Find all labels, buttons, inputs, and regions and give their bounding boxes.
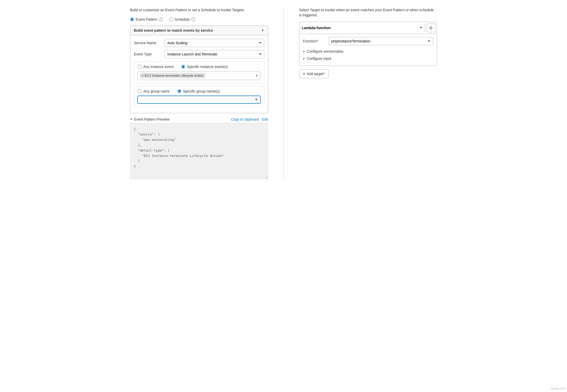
add-target-label: Add target*: [307, 72, 325, 76]
event-pattern-accordion: Build event pattern to match events by s…: [130, 26, 268, 113]
target-type-select[interactable]: Lambda function SQS queue SNS topic Kine…: [299, 24, 425, 32]
group-name-radio-row: Any group name Specific group name(s): [138, 89, 260, 93]
tag-dropdown-chevron-icon[interactable]: ▼: [255, 74, 258, 77]
event-pattern-label: Event Pattern: [136, 17, 157, 21]
function-select[interactable]: prepInstanceTermination myFunction anoth…: [329, 37, 433, 45]
service-name-select[interactable]: Auto Scaling EC2 S3 Lambda: [165, 39, 264, 47]
target-body: Function* prepInstanceTermination myFunc…: [299, 34, 437, 66]
specific-group-radio-label[interactable]: Specific group name(s): [177, 89, 220, 93]
left-intro-text: Build or customize an Event Pattern or s…: [130, 8, 268, 13]
event-pattern-info-icon[interactable]: i: [159, 17, 163, 21]
service-name-label: Service Name: [134, 41, 165, 45]
panel-divider: [283, 8, 284, 179]
configure-version-label: Configure version/alias: [307, 49, 343, 53]
preview-triangle-icon: ▼: [130, 118, 133, 121]
schedule-label: Schedule: [175, 17, 190, 21]
configure-input-label: Configure input: [307, 56, 331, 61]
specific-instance-radio[interactable]: [181, 65, 185, 69]
group-name-select[interactable]: [138, 96, 260, 103]
gear-icon: ⚙: [429, 26, 433, 30]
event-pattern-preview-section: ▼ Event Pattern Preview Copy to clipboar…: [130, 117, 268, 179]
tag-label: EC2 Instance-terminate Lifecycle Action: [145, 74, 203, 77]
configure-version-toggle[interactable]: ► Configure version/alias: [303, 48, 433, 54]
instance-event-tag: × EC2 Instance-terminate Lifecycle Actio…: [140, 73, 205, 78]
target-section: Lambda function SQS queue SNS topic Kine…: [299, 22, 437, 66]
specific-group-radio[interactable]: [177, 89, 181, 93]
any-instance-radio-label[interactable]: Any instance event: [138, 65, 173, 69]
configure-input-toggle[interactable]: ► Configure input: [303, 55, 433, 62]
preview-title-toggle[interactable]: ▼ Event Pattern Preview: [130, 117, 169, 121]
group-name-subsection: Any group name Specific group name(s): [134, 86, 264, 107]
instance-event-subsection: Any instance event Specific instance eve…: [134, 61, 264, 83]
remove-target-button[interactable]: ⚙: [427, 24, 435, 32]
version-triangle-icon: ►: [303, 50, 306, 53]
any-instance-label: Any instance event: [143, 65, 173, 69]
pattern-schedule-toggle: Event Pattern i Schedule i: [130, 17, 268, 21]
accordion-title: Build event pattern to match events by s…: [134, 28, 213, 32]
any-instance-radio[interactable]: [138, 65, 142, 69]
accordion-chevron-icon: ▼: [261, 29, 264, 32]
preview-header: ▼ Event Pattern Preview Copy to clipboar…: [130, 117, 268, 121]
edit-button[interactable]: Edit: [262, 117, 268, 121]
accordion-body: Service Name Auto Scaling EC2 S3 Lambda …: [130, 35, 268, 113]
service-name-row: Service Name Auto Scaling EC2 S3 Lambda: [134, 39, 264, 47]
function-row: Function* prepInstanceTermination myFunc…: [303, 37, 433, 45]
function-label: Function*: [303, 39, 329, 43]
event-pattern-radio[interactable]: [130, 17, 134, 21]
any-group-radio-label[interactable]: Any group name: [138, 89, 170, 93]
any-group-radio[interactable]: [138, 89, 142, 93]
any-group-label: Any group name: [143, 89, 170, 93]
event-type-select[interactable]: Instance Launch and Terminate API Call v…: [165, 50, 264, 58]
right-panel: Select Target to invoke when an event ma…: [299, 8, 437, 179]
event-type-label: Event Type: [134, 52, 165, 56]
instance-event-radio-row: Any instance event Specific instance eve…: [138, 65, 260, 69]
accordion-header[interactable]: Build event pattern to match events by s…: [130, 26, 268, 35]
add-target-button[interactable]: + Add target*: [299, 70, 329, 78]
event-pattern-code-preview: { "source": [ "aws.autoscaling" ], "deta…: [130, 123, 268, 179]
left-panel: Build or customize an Event Pattern or s…: [130, 8, 268, 179]
copy-to-clipboard-button[interactable]: Copy to clipboard: [231, 117, 259, 121]
preview-actions: Copy to clipboard Edit: [231, 117, 268, 121]
schedule-radio-label[interactable]: Schedule i: [169, 17, 195, 21]
schedule-info-icon[interactable]: i: [191, 17, 195, 21]
right-intro-text: Select Target to invoke when an event ma…: [299, 8, 437, 18]
event-pattern-radio-label[interactable]: Event Pattern i: [130, 17, 163, 21]
schedule-radio[interactable]: [169, 17, 173, 21]
specific-instance-label: Specific instance event(s): [187, 65, 228, 69]
preview-title-label: Event Pattern Preview: [134, 117, 170, 121]
event-type-row: Event Type Instance Launch and Terminate…: [134, 50, 264, 58]
plus-icon: +: [303, 72, 305, 76]
specific-group-label: Specific group name(s): [183, 89, 220, 93]
tag-remove-icon[interactable]: ×: [142, 74, 144, 77]
input-triangle-icon: ►: [303, 57, 306, 60]
code-content: { "source": [ "aws.autoscaling" ], "deta…: [134, 127, 264, 169]
target-header-bar: Lambda function SQS queue SNS topic Kine…: [299, 22, 437, 34]
instance-event-tag-select[interactable]: × EC2 Instance-terminate Lifecycle Actio…: [138, 71, 260, 80]
specific-instance-radio-label[interactable]: Specific instance event(s): [181, 65, 228, 69]
